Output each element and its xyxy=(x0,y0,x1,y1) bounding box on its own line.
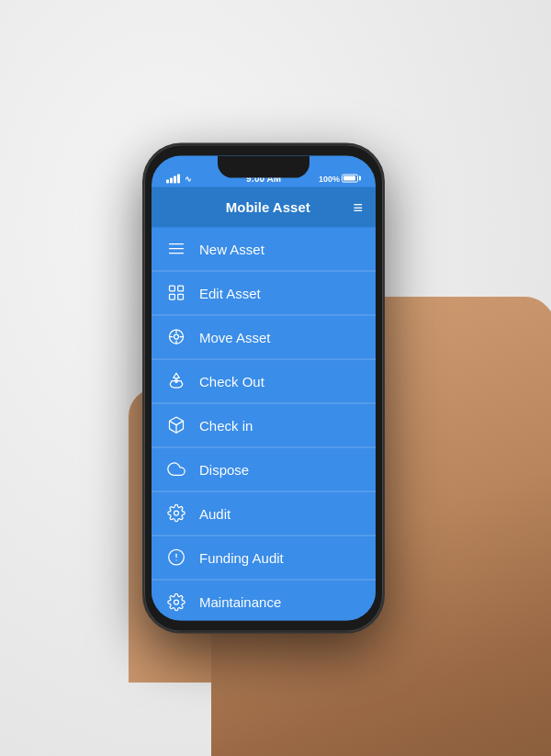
move-asset-label: Move Asset xyxy=(199,329,271,344)
wifi-icon: ∿ xyxy=(185,174,192,183)
svg-point-8 xyxy=(174,334,179,339)
edit-asset-icon xyxy=(166,283,186,303)
maintainance-label: Maintainance xyxy=(199,594,281,610)
notch xyxy=(218,155,309,177)
menu-item-check-out[interactable]: Check Out xyxy=(152,359,376,403)
svg-rect-4 xyxy=(178,286,184,291)
check-in-icon xyxy=(166,415,186,435)
status-right: 100% xyxy=(319,174,361,183)
maintainance-icon xyxy=(166,592,186,612)
menu-item-funding-audit[interactable]: Funding Audit xyxy=(152,536,376,580)
battery-percent: 100% xyxy=(319,174,340,183)
svg-point-18 xyxy=(174,600,179,604)
dispose-label: Dispose xyxy=(199,461,249,477)
new-asset-label: New Asset xyxy=(199,241,264,256)
svg-point-14 xyxy=(174,511,179,515)
funding-audit-label: Funding Audit xyxy=(199,549,284,565)
menu-item-move-asset[interactable]: Move Asset xyxy=(152,315,376,359)
phone: ∿ 9:00 AM 100% Mobile Asset ≡ xyxy=(144,144,383,631)
battery-icon xyxy=(342,175,361,183)
dispose-icon xyxy=(166,459,186,480)
check-in-label: Check in xyxy=(199,417,253,433)
menu-item-audit[interactable]: Audit xyxy=(152,491,376,536)
phone-screen: ∿ 9:00 AM 100% Mobile Asset ≡ xyxy=(152,155,376,620)
funding-audit-icon xyxy=(166,547,186,568)
hamburger-menu-icon[interactable]: ≡ xyxy=(353,198,363,215)
check-out-label: Check Out xyxy=(199,373,264,389)
menu-item-check-in[interactable]: Check in xyxy=(152,403,376,447)
svg-rect-3 xyxy=(170,286,175,291)
menu-item-dispose[interactable]: Dispose xyxy=(152,447,376,491)
audit-label: Audit xyxy=(199,505,231,521)
check-out-icon xyxy=(166,371,186,391)
menu-item-edit-asset[interactable]: Edit Asset xyxy=(152,271,376,315)
menu-list: New Asset Edit Asset xyxy=(152,227,376,620)
app-header: Mobile Asset ≡ xyxy=(152,186,376,227)
scene: ∿ 9:00 AM 100% Mobile Asset ≡ xyxy=(0,0,551,756)
audit-icon xyxy=(166,503,186,524)
new-asset-icon xyxy=(166,239,186,259)
move-asset-icon xyxy=(166,327,186,347)
status-left: ∿ xyxy=(166,174,192,183)
app-title: Mobile Asset xyxy=(183,199,353,215)
edit-asset-label: Edit Asset xyxy=(199,285,261,300)
menu-item-maintainance[interactable]: Maintainance xyxy=(152,580,376,620)
menu-item-new-asset[interactable]: New Asset xyxy=(152,227,376,271)
signal-icon xyxy=(166,174,180,183)
svg-rect-5 xyxy=(170,294,175,299)
svg-rect-6 xyxy=(178,294,184,299)
